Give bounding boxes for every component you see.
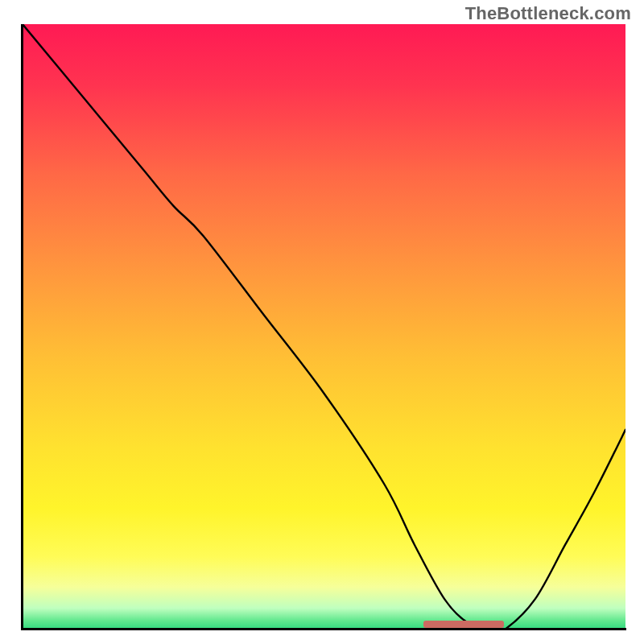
chart-container: TheBottleneck.com	[0, 0, 644, 644]
watermark-text: TheBottleneck.com	[465, 3, 631, 24]
gradient-rect	[23, 24, 625, 630]
plot-area	[23, 24, 625, 630]
background-gradient	[23, 24, 625, 630]
x-axis	[21, 628, 626, 630]
optimal-range-marker	[423, 621, 504, 628]
y-axis	[21, 24, 23, 630]
